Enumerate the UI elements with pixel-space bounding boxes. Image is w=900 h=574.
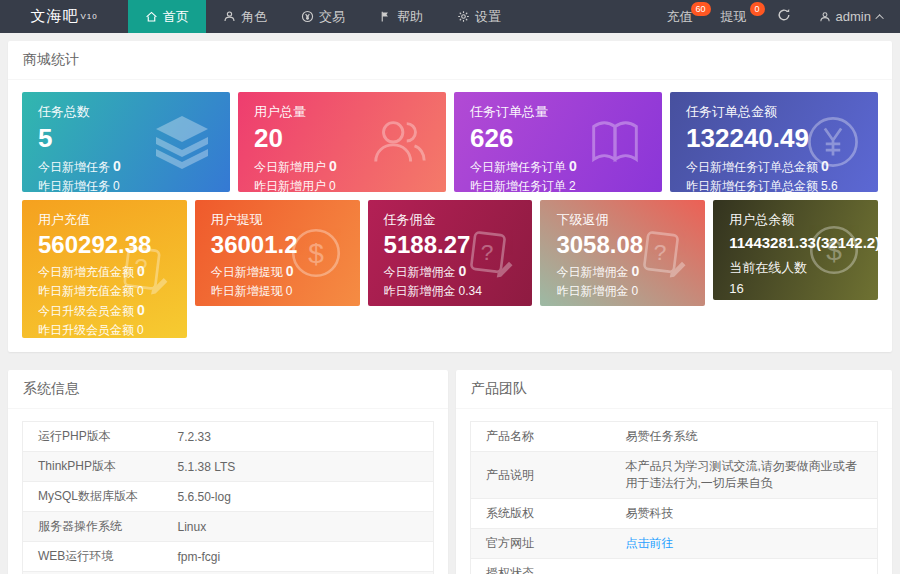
line-label: 今日新增佣金 — [384, 265, 456, 279]
line-value: 0 — [137, 302, 145, 318]
line-value: 2 — [569, 179, 576, 193]
bottom-panels: 系统信息 运行PHP版本7.2.33 ThinkPHP版本5.1.38 LTS … — [8, 370, 892, 574]
withdraw-button[interactable]: 提现 0 — [707, 0, 761, 33]
table-row: ThinkPHP版本5.1.38 LTS — [23, 452, 434, 482]
row-value: 易赞科技 — [611, 499, 878, 529]
withdraw-badge: 0 — [750, 2, 765, 16]
product-team-table: 产品名称易赞任务系统 产品说明本产品只为学习测试交流,请勿要做商业或者用于违法行… — [470, 421, 878, 574]
official-site-link[interactable]: 点击前往 — [626, 536, 674, 550]
stat-card-task-total: 任务总数 5 今日新增任务0 昨日新增任务0 — [22, 92, 230, 192]
system-info-title: 系统信息 — [8, 370, 448, 409]
card-line: 昨日新增用户0 — [254, 177, 430, 193]
card-line: 今日升级会员金额0 — [38, 301, 171, 321]
yen-circle-icon — [804, 113, 862, 171]
line-label: 今日新增佣金 — [556, 265, 628, 279]
card-line: 昨日新增提现0 — [211, 282, 344, 301]
card-line: 昨日新增任务订单总金额5.6 — [686, 177, 862, 193]
recharge-button[interactable]: 充值 60 — [653, 0, 707, 33]
table-row: 系统版权易赞科技 — [471, 499, 878, 529]
line-value: 0 — [113, 179, 120, 193]
line-label: 昨日新增用户 — [254, 179, 326, 193]
svg-text:?: ? — [654, 239, 667, 265]
svg-text:?: ? — [134, 255, 147, 281]
line-label: 昨日新增任务订单 — [470, 179, 566, 193]
line-label: 昨日新增任务订单总金额 — [686, 179, 818, 193]
line-label: 今日新增用户 — [254, 160, 326, 174]
card-line: 昨日升级会员金额0 — [38, 321, 171, 338]
stat-card-user-recharge: 用户充值 560292.38 今日新增充值金额0 昨日新增充值金额0 今日升级会… — [22, 200, 187, 338]
stat-card-user-withdraw: 用户提现 36001.2 今日新增提现0 昨日新增提现0 $ — [195, 200, 360, 306]
refresh-icon — [777, 8, 791, 25]
row-label: WEB运行环境 — [23, 542, 163, 572]
row-label: 运行PHP版本 — [23, 422, 163, 452]
book-icon — [584, 111, 646, 173]
table-row: MySQL数据库版本5.6.50-log — [23, 482, 434, 512]
row-value: 7.2.33 — [163, 422, 434, 452]
line-label: 今日新增提现 — [211, 265, 283, 279]
tab-role-label: 角色 — [241, 8, 267, 26]
product-team-title: 产品团队 — [456, 370, 892, 409]
tab-role[interactable]: 角色 — [206, 0, 284, 33]
card-line: 昨日新增佣金0.34 — [384, 282, 517, 301]
line-value: 5.6 — [821, 179, 838, 193]
line-value: 0 — [631, 284, 638, 298]
row-label: ThinkPHP版本 — [23, 452, 163, 482]
tab-trade[interactable]: 交易 — [284, 0, 362, 33]
line-label: 今日新增任务 — [38, 160, 110, 174]
line-value: 0 — [329, 158, 337, 174]
stat-card-user-total: 用户总量 20 今日新增用户0 昨日新增用户0 — [238, 92, 446, 192]
stats-panel-title: 商城统计 — [8, 41, 892, 80]
stat-card-task-commission: 任务佣金 5188.27 今日新增佣金0 昨日新增佣金0.34 ? — [368, 200, 533, 306]
flag-icon — [379, 10, 392, 23]
tab-settings[interactable]: 设置 — [440, 0, 518, 33]
card-line: 昨日新增佣金0 — [556, 282, 689, 301]
line-label: 今日新增任务订单总金额 — [686, 160, 818, 174]
stat-card-order-amount: 任务订单总金额 132240.49 今日新增任务订单总金额0 昨日新增任务订单总… — [670, 92, 878, 192]
tab-settings-label: 设置 — [475, 8, 501, 26]
row-value: 5.6.50-log — [163, 482, 434, 512]
gear-icon — [457, 10, 470, 23]
stat-card-order-total: 任务订单总量 626 今日新增任务订单0 昨日新增任务订单2 — [454, 92, 662, 192]
main-menu: 首页 角色 交易 帮助 设置 — [128, 0, 518, 33]
shop-stats-panel: 商城统计 任务总数 5 今日新增任务0 昨日新增任务0 用户总量 20 今 — [8, 41, 892, 352]
card-title: 用户充值 — [38, 211, 171, 229]
table-row: 产品说明本产品只为学习测试交流,请勿要做商业或者用于违法行为,一切后果自负 — [471, 452, 878, 499]
line-label: 昨日新增佣金 — [384, 284, 456, 298]
recharge-label: 充值 — [667, 8, 693, 26]
table-row: WEB运行环境fpm-fcgi — [23, 542, 434, 572]
navbar-right: 充值 60 提现 0 admin — [653, 0, 900, 33]
product-team-body: 产品名称易赞任务系统 产品说明本产品只为学习测试交流,请勿要做商业或者用于违法行… — [456, 409, 892, 574]
row-label: 产品说明 — [471, 452, 611, 499]
line-value: 0 — [286, 284, 293, 298]
product-team-panel: 产品团队 产品名称易赞任务系统 产品说明本产品只为学习测试交流,请勿要做商业或者… — [456, 370, 892, 574]
online-count-value: 16 — [729, 278, 862, 299]
admin-username: admin — [836, 9, 871, 24]
tab-help-label: 帮助 — [397, 8, 423, 26]
row-label: MySQL数据库版本 — [23, 482, 163, 512]
row-value: 5.1.38 LTS — [163, 452, 434, 482]
table-row: 运行PHP版本7.2.33 — [23, 422, 434, 452]
svg-text:$: $ — [826, 235, 842, 266]
line-value: 0 — [329, 179, 336, 193]
tab-home[interactable]: 首页 — [128, 0, 206, 33]
tab-help[interactable]: 帮助 — [362, 0, 440, 33]
card-line: 昨日新增任务订单2 — [470, 177, 646, 193]
app-logo[interactable]: 文海吧V10 — [0, 0, 128, 33]
stats-row-2: 用户充值 560292.38 今日新增充值金额0 昨日新增充值金额0 今日升级会… — [22, 200, 878, 338]
chevron-up-icon — [875, 14, 883, 22]
row-label: 产品名称 — [471, 422, 611, 452]
admin-menu[interactable]: admin — [807, 0, 900, 33]
row-label: 服务器操作系统 — [23, 512, 163, 542]
row-label: 系统版权 — [471, 499, 611, 529]
home-icon — [145, 10, 158, 23]
dollar-circle-icon: $ — [806, 222, 862, 278]
system-info-table: 运行PHP版本7.2.33 ThinkPHP版本5.1.38 LTS MySQL… — [22, 421, 434, 574]
line-label: 今日升级会员金额 — [38, 304, 134, 318]
stat-card-total-balance: 用户总余额 11443281.33(32142.2) 当前在线人数 16 $ — [713, 200, 878, 300]
system-info-panel: 系统信息 运行PHP版本7.2.33 ThinkPHP版本5.1.38 LTS … — [8, 370, 448, 574]
yen-icon — [301, 10, 314, 23]
row-value: 本产品只为学习测试交流,请勿要做商业或者用于违法行为,一切后果自负 — [611, 452, 878, 499]
table-row: 产品名称易赞任务系统 — [471, 422, 878, 452]
refresh-button[interactable] — [761, 0, 807, 33]
row-value: Linux — [163, 512, 434, 542]
